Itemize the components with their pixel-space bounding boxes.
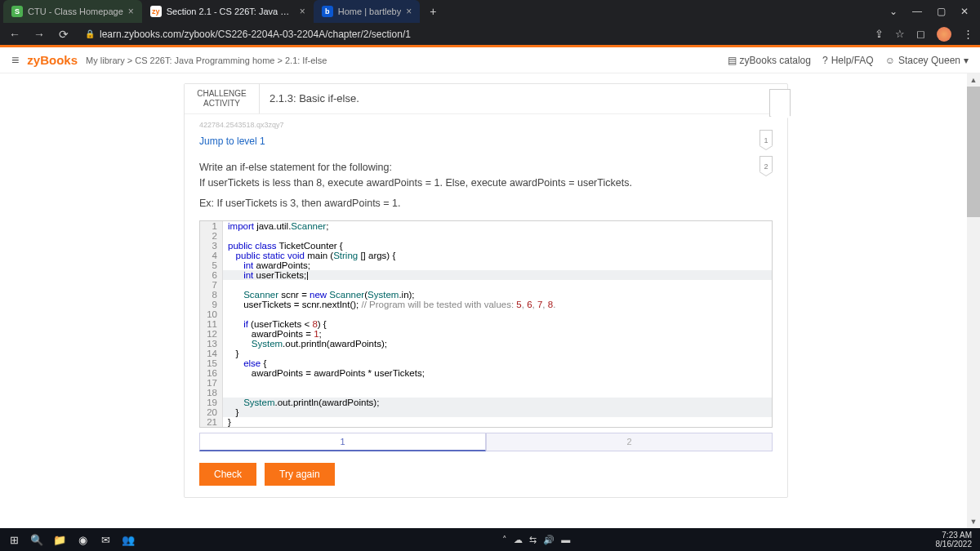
code-text[interactable]: awardPoints = awardPoints * userTickets; bbox=[223, 368, 772, 378]
forward-button[interactable]: → bbox=[31, 28, 47, 41]
close-window-icon[interactable]: ✕ bbox=[960, 6, 969, 17]
code-line[interactable]: 15 else { bbox=[200, 358, 772, 368]
breadcrumb[interactable]: My library > CS 226T: Java Programming h… bbox=[86, 56, 327, 65]
code-text[interactable]: else { bbox=[223, 358, 772, 368]
volume-icon[interactable]: 🔊 bbox=[543, 535, 555, 545]
code-line[interactable]: 7 bbox=[200, 280, 772, 290]
line-number: 3 bbox=[200, 241, 223, 251]
code-line[interactable]: 8 Scanner scnr = new Scanner(System.in); bbox=[200, 290, 772, 300]
code-line[interactable]: 12 awardPoints = 1; bbox=[200, 329, 772, 339]
new-tab-button[interactable]: + bbox=[425, 3, 441, 20]
code-text[interactable]: userTickets = scnr.nextInt(); // Program… bbox=[223, 300, 772, 309]
code-line[interactable]: 17 bbox=[200, 378, 772, 388]
close-icon[interactable]: × bbox=[406, 6, 412, 17]
catalog-link[interactable]: ▤ zyBooks catalog bbox=[728, 55, 811, 66]
code-line[interactable]: 21} bbox=[200, 417, 772, 427]
stop-square-icon[interactable]: ◻ bbox=[916, 28, 925, 40]
scroll-down-icon[interactable]: ▼ bbox=[967, 515, 980, 528]
code-line[interactable]: 14 } bbox=[200, 349, 772, 358]
scrollbar-thumb[interactable] bbox=[967, 87, 980, 217]
chrome-icon[interactable]: ◉ bbox=[74, 531, 91, 549]
maximize-icon[interactable]: ▢ bbox=[937, 6, 946, 17]
browser-tab[interactable]: b Home | bartleby × bbox=[314, 0, 420, 23]
code-text[interactable] bbox=[223, 231, 772, 241]
scroll-up-icon[interactable]: ▲ bbox=[967, 73, 980, 87]
zybooks-logo[interactable]: zyBooks bbox=[27, 53, 78, 67]
code-line[interactable]: 2 bbox=[200, 231, 772, 241]
close-icon[interactable]: × bbox=[300, 6, 305, 17]
try-again-button[interactable]: Try again bbox=[265, 463, 335, 486]
step-marker[interactable]: 2 bbox=[760, 156, 773, 172]
code-line[interactable]: 13 System.out.println(awardPoints); bbox=[200, 339, 772, 349]
chevron-up-icon[interactable]: ˄ bbox=[502, 535, 507, 545]
code-line[interactable]: 16 awardPoints = awardPoints * userTicke… bbox=[200, 368, 772, 378]
code-text[interactable]: } bbox=[223, 417, 772, 427]
windows-taskbar: ⊞ 🔍 📁 ◉ ✉ 👥 ˄ ☁ ⇆ 🔊 ▬ 7:23 AM 8/16/2022 bbox=[0, 528, 980, 551]
help-link[interactable]: ? Help/FAQ bbox=[822, 55, 874, 66]
share-icon[interactable]: ⇪ bbox=[875, 28, 884, 40]
code-text[interactable]: System.out.println(awardPoints); bbox=[223, 339, 772, 349]
testcase-tab[interactable]: 2 bbox=[486, 433, 773, 451]
browser-tab[interactable]: S CTU - Class Homepage × bbox=[3, 0, 142, 23]
testcase-tab[interactable]: 1 bbox=[199, 433, 486, 451]
cloud-icon[interactable]: ☁ bbox=[514, 535, 523, 545]
start-button[interactable]: ⊞ bbox=[5, 531, 23, 549]
code-text[interactable]: public static void main (String [] args)… bbox=[223, 251, 772, 260]
wifi-icon[interactable]: ⇆ bbox=[529, 535, 537, 545]
code-line[interactable]: 3public class TicketCounter { bbox=[200, 241, 772, 251]
code-line[interactable]: 1import java.util.Scanner; bbox=[200, 221, 772, 231]
url-field[interactable]: 🔒 learn.zybooks.com/zybook/CS226-2204A-0… bbox=[80, 29, 866, 40]
mail-icon[interactable]: ✉ bbox=[96, 531, 114, 549]
check-button[interactable]: Check bbox=[199, 463, 256, 486]
code-text[interactable] bbox=[223, 280, 772, 290]
line-number: 14 bbox=[200, 349, 223, 358]
hamburger-icon[interactable]: ≡ bbox=[11, 53, 19, 68]
code-text[interactable]: int awardPoints; bbox=[223, 260, 772, 270]
code-text[interactable]: } bbox=[223, 407, 772, 417]
chevron-down-icon[interactable]: ⌄ bbox=[889, 6, 898, 17]
taskbar-clock[interactable]: 7:23 AM 8/16/2022 bbox=[936, 531, 976, 549]
browser-tab[interactable]: zy Section 2.1 - CS 226T: Java Progr × bbox=[142, 0, 314, 23]
code-text[interactable]: public class TicketCounter { bbox=[223, 241, 772, 251]
minimize-icon[interactable]: — bbox=[912, 6, 922, 17]
close-icon[interactable]: × bbox=[128, 6, 134, 17]
code-text[interactable]: awardPoints = 1; bbox=[223, 329, 772, 339]
search-icon[interactable]: 🔍 bbox=[28, 531, 46, 549]
code-text[interactable]: Scanner scnr = new Scanner(System.in); bbox=[223, 290, 772, 300]
code-text[interactable]: import java.util.Scanner; bbox=[223, 221, 772, 231]
code-text[interactable] bbox=[223, 309, 772, 319]
menu-icon[interactable]: ⋮ bbox=[963, 28, 973, 40]
line-number: 7 bbox=[200, 280, 223, 290]
file-explorer-icon[interactable]: 📁 bbox=[51, 531, 69, 549]
battery-icon[interactable]: ▬ bbox=[561, 535, 570, 544]
code-line[interactable]: 4 public static void main (String [] arg… bbox=[200, 251, 772, 260]
scrollbar-track[interactable]: ▲ ▼ bbox=[967, 73, 980, 528]
jump-to-level-link[interactable]: Jump to level 1 bbox=[185, 132, 787, 150]
code-line[interactable]: 6 int userTickets;| bbox=[200, 270, 772, 280]
reload-button[interactable]: ⟳ bbox=[56, 28, 72, 41]
code-text[interactable]: } bbox=[223, 349, 772, 358]
back-button[interactable]: ← bbox=[7, 28, 23, 41]
code-text[interactable] bbox=[223, 388, 772, 398]
teams-icon[interactable]: 👥 bbox=[119, 531, 137, 549]
code-line[interactable]: 20 } bbox=[200, 407, 772, 417]
address-bar: ← → ⟳ 🔒 learn.zybooks.com/zybook/CS226-2… bbox=[0, 23, 980, 47]
star-icon[interactable]: ☆ bbox=[895, 28, 905, 40]
code-editor[interactable]: 1import java.util.Scanner;2 3public clas… bbox=[199, 220, 773, 428]
code-line[interactable]: 18 bbox=[200, 388, 772, 398]
code-line[interactable]: 5 int awardPoints; bbox=[200, 260, 772, 270]
activity-type-badge: CHALLENGE ACTIVITY bbox=[185, 84, 260, 113]
step-marker[interactable]: 1 bbox=[760, 130, 773, 146]
code-text[interactable]: if (userTickets < 8) { bbox=[223, 319, 772, 329]
profile-avatar[interactable] bbox=[937, 27, 951, 42]
code-line[interactable]: 9 userTickets = scnr.nextInt(); // Progr… bbox=[200, 300, 772, 309]
code-line[interactable]: 10 bbox=[200, 309, 772, 319]
help-icon: ? bbox=[822, 55, 828, 66]
user-menu[interactable]: ☺ Stacey Queen ▾ bbox=[885, 55, 969, 66]
code-line[interactable]: 11 if (userTickets < 8) { bbox=[200, 319, 772, 329]
code-text[interactable]: int userTickets;| bbox=[223, 270, 772, 280]
line-number: 9 bbox=[200, 300, 223, 309]
code-line[interactable]: 19 System.out.println(awardPoints); bbox=[200, 398, 772, 407]
code-text[interactable]: System.out.println(awardPoints); bbox=[223, 398, 772, 407]
code-text[interactable] bbox=[223, 378, 772, 388]
